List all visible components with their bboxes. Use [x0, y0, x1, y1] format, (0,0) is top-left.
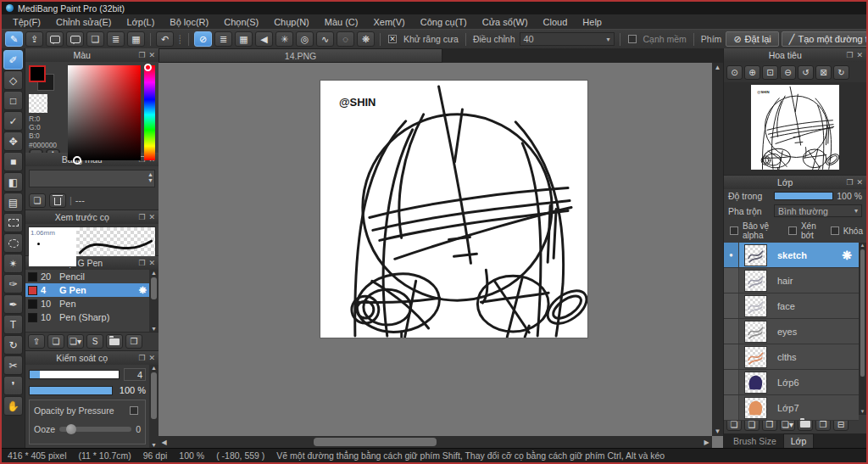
- scroll-thumb[interactable]: [314, 438, 437, 446]
- brush-list-scrollbar[interactable]: ▲ ▼: [149, 270, 159, 332]
- scroll-left-icon[interactable]: ◀: [159, 439, 170, 446]
- scroll-up-icon[interactable]: ▲: [151, 270, 157, 276]
- layer-row-eyes[interactable]: eyes: [724, 319, 859, 344]
- ooze-knob[interactable]: [66, 424, 76, 434]
- scroll-down-icon[interactable]: ▼: [860, 409, 865, 414]
- brush-add-menu-button[interactable]: ❏▾: [67, 334, 84, 349]
- brush-add-button[interactable]: ❏: [47, 334, 64, 349]
- scroll-right-icon[interactable]: ▶: [701, 439, 712, 446]
- divide-tool[interactable]: ✂: [3, 355, 23, 375]
- publish-button[interactable]: ⇪: [25, 31, 43, 47]
- control-point-tool[interactable]: ✓: [3, 111, 23, 131]
- popout-icon[interactable]: ❐: [846, 178, 853, 187]
- snap-off-button[interactable]: ⊘: [194, 31, 212, 47]
- snap-radial-button[interactable]: ✳: [275, 31, 293, 47]
- layer-settings-gear-icon[interactable]: ❋: [842, 249, 852, 262]
- layer-row-lop7[interactable]: Lớp7: [724, 395, 859, 421]
- snap-settings-button[interactable]: ❋: [357, 31, 375, 47]
- visibility-toggle[interactable]: [724, 293, 739, 318]
- blend-mode-select[interactable]: Bình thường ▾: [774, 204, 862, 217]
- popout-icon[interactable]: ❐: [138, 259, 145, 267]
- palette-spinner[interactable]: ▲▼: [147, 171, 153, 183]
- menu-chinh-sua[interactable]: Chỉnh sửa(E): [48, 16, 119, 28]
- pressure-checkbox[interactable]: [130, 406, 138, 415]
- visibility-toggle[interactable]: ●: [724, 243, 739, 267]
- close-icon[interactable]: ✕: [148, 259, 155, 267]
- transparent-color-swatch[interactable]: [29, 94, 47, 113]
- menu-chup[interactable]: Chụp(N): [266, 16, 317, 28]
- scroll-down-icon[interactable]: ▼: [715, 428, 721, 435]
- visibility-toggle[interactable]: [724, 268, 739, 293]
- scroll-down-icon[interactable]: ▼: [151, 326, 157, 332]
- brush-row-pen[interactable]: 10 Pen: [25, 297, 149, 310]
- popout-icon[interactable]: ❐: [138, 354, 145, 362]
- magic-wand-tool[interactable]: ✴: [3, 254, 23, 273]
- menu-lop[interactable]: Lớp(L): [119, 16, 162, 28]
- adjust-dropdown[interactable]: 40 ▾: [520, 32, 615, 46]
- layer-row-face[interactable]: face: [724, 293, 859, 319]
- tab-layer[interactable]: Lớp: [783, 433, 815, 448]
- saturation-value-picker[interactable]: [68, 65, 141, 160]
- select-pen-tool[interactable]: ✑: [3, 274, 23, 293]
- layer-row-clths[interactable]: clths: [724, 344, 859, 370]
- visibility-toggle[interactable]: [724, 319, 739, 344]
- drawing-canvas[interactable]: [320, 81, 587, 338]
- operation-tool[interactable]: ↻: [3, 335, 23, 355]
- lasso-tool[interactable]: [3, 233, 23, 253]
- hand-tool[interactable]: ✋: [3, 396, 23, 416]
- visibility-toggle[interactable]: [724, 395, 739, 420]
- delete-swatch-button[interactable]: [49, 193, 66, 208]
- popout-icon[interactable]: ❐: [138, 213, 145, 221]
- brush-opacity-slider[interactable]: [29, 386, 113, 395]
- brush-folder-button[interactable]: [106, 334, 123, 349]
- close-icon[interactable]: ✕: [148, 354, 155, 362]
- snap-grid-button[interactable]: ▦: [235, 31, 253, 47]
- text-tool[interactable]: T: [3, 315, 23, 334]
- straight-line-button[interactable]: ╱ Tạo một đường thẳng: [782, 31, 868, 47]
- visibility-toggle[interactable]: [724, 370, 739, 394]
- layer-row-hair[interactable]: hair: [724, 268, 859, 293]
- foreground-color-swatch[interactable]: [29, 65, 46, 82]
- eraser-tool[interactable]: ◇: [3, 70, 23, 90]
- nav-zoom-in-button[interactable]: ⊕: [744, 65, 760, 80]
- document-button[interactable]: ❏: [86, 31, 104, 47]
- menu-tep[interactable]: Tệp(F): [5, 16, 48, 28]
- brush-row-g-pen[interactable]: 4 G Pen ❋: [25, 283, 149, 297]
- close-icon[interactable]: ✕: [856, 178, 863, 187]
- hue-bar[interactable]: [144, 65, 155, 160]
- nav-reset-view-button[interactable]: ⊠: [815, 65, 832, 80]
- reset-key-button[interactable]: ⊘ Đặt lại: [726, 31, 778, 47]
- nav-fit-button[interactable]: ⊡: [762, 65, 778, 80]
- grid-edit-button[interactable]: ▦: [127, 31, 145, 47]
- close-icon[interactable]: ✕: [148, 51, 155, 59]
- document-tab[interactable]: 14.PNG: [159, 48, 442, 63]
- spinner-down-icon[interactable]: ▼: [147, 177, 153, 183]
- close-icon[interactable]: ✕: [856, 51, 863, 59]
- popout-icon[interactable]: ❐: [138, 51, 145, 59]
- canvas-horizontal-scrollbar[interactable]: ◀ ▶: [159, 436, 712, 448]
- menu-xem[interactable]: Xem(V): [365, 16, 412, 28]
- nav-rotate-left-button[interactable]: ↺: [798, 65, 814, 80]
- nav-zoom-100-button[interactable]: ⊙: [726, 65, 743, 80]
- comment-button[interactable]: [46, 31, 64, 47]
- clipping-checkbox[interactable]: [788, 226, 797, 235]
- nav-rotate-right-button[interactable]: ↻: [833, 65, 849, 80]
- brush-script-button[interactable]: S: [86, 334, 103, 349]
- snap-parallel-button[interactable]: ≣: [214, 31, 232, 47]
- brush-duplicate-button[interactable]: ❐: [125, 334, 142, 349]
- snap-ellipse-button[interactable]: ◌: [337, 31, 354, 47]
- layer-list-scrollbar[interactable]: ▲ ▼: [859, 243, 866, 414]
- chat-button[interactable]: [66, 31, 84, 47]
- alpha-protect-checkbox[interactable]: [730, 226, 738, 235]
- navigator-thumbnail[interactable]: [751, 85, 839, 170]
- brush-row-pencil[interactable]: 20 Pencil: [25, 270, 149, 283]
- undo-button[interactable]: ↶: [156, 31, 174, 47]
- layer-row-sketch[interactable]: ● sketch ❋: [724, 243, 859, 268]
- scroll-thumb[interactable]: [151, 277, 157, 299]
- toolbar-splitter[interactable]: ┊: [177, 35, 182, 44]
- layer-row-lop6[interactable]: Lớp6: [724, 370, 859, 395]
- snap-concentric-button[interactable]: ◎: [296, 31, 314, 47]
- menu-help[interactable]: Help: [575, 16, 609, 28]
- brush-upload-button[interactable]: ⇪: [28, 334, 45, 349]
- close-icon[interactable]: ✕: [148, 213, 155, 221]
